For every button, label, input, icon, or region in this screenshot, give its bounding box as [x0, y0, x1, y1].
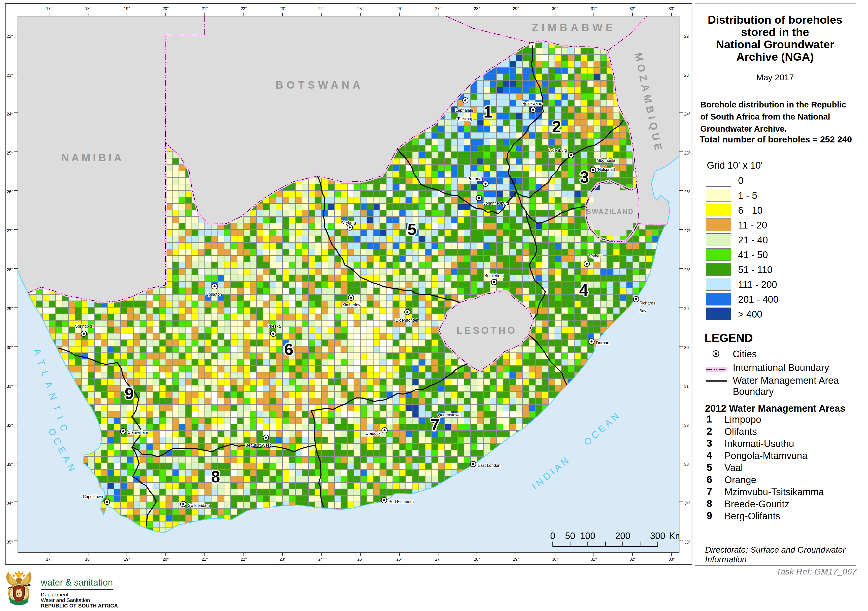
svg-text:27°: 27° [7, 229, 13, 233]
svg-text:25°: 25° [7, 151, 13, 155]
svg-text:26°: 26° [684, 190, 690, 194]
svg-text:24°: 24° [7, 112, 13, 116]
svg-text:30°: 30° [552, 557, 558, 562]
svg-text:5: 5 [408, 220, 417, 238]
svg-text:23°: 23° [7, 73, 13, 77]
svg-text:Richards: Richards [639, 301, 655, 305]
svg-text:22°: 22° [241, 557, 247, 562]
svg-text:24°: 24° [684, 112, 690, 116]
svg-text:23°: 23° [279, 557, 285, 562]
svg-text:31°: 31° [684, 384, 690, 388]
svg-text:35°: 35° [7, 540, 13, 544]
svg-text:17°: 17° [46, 6, 52, 11]
svg-text:33°: 33° [668, 6, 674, 11]
svg-text:200: 200 [615, 531, 630, 541]
svg-text:19°: 19° [124, 6, 130, 11]
svg-text:32°: 32° [629, 557, 636, 562]
svg-text:19°: 19° [124, 557, 130, 562]
svg-text:18°: 18° [85, 557, 91, 562]
svg-text:32°: 32° [684, 423, 690, 428]
svg-text:Bloemfontein: Bloemfontein [395, 318, 419, 322]
svg-text:25°: 25° [684, 151, 690, 155]
svg-text:31°: 31° [591, 557, 597, 562]
svg-text:28°: 28° [684, 268, 690, 272]
svg-text:34°: 34° [684, 501, 690, 505]
svg-text:32°: 32° [629, 6, 636, 11]
svg-text:Bay: Bay [639, 309, 646, 313]
svg-text:31°: 31° [7, 384, 13, 388]
svg-text:29°: 29° [684, 306, 690, 311]
svg-text:Prieska: Prieska [267, 324, 281, 328]
svg-text:Lephalale: Lephalale [456, 108, 473, 113]
svg-text:30°: 30° [684, 345, 690, 350]
svg-text:Polokwane: Polokwane [522, 101, 542, 106]
svg-text:(Ellisras): (Ellisras) [457, 117, 472, 121]
svg-text:33°: 33° [668, 557, 674, 562]
svg-text:SWAZILAND: SWAZILAND [586, 208, 634, 215]
svg-text:1: 1 [484, 103, 493, 121]
svg-text:East London: East London [478, 463, 501, 467]
svg-text:27°: 27° [435, 557, 441, 562]
svg-text:NAMIBIA: NAMIBIA [61, 152, 124, 164]
svg-text:ZIMBABWE: ZIMBABWE [532, 22, 616, 34]
svg-text:2: 2 [552, 118, 561, 136]
svg-text:Vryburg: Vryburg [342, 220, 356, 225]
svg-text:26°: 26° [396, 557, 402, 562]
svg-text:29°: 29° [7, 306, 13, 311]
svg-text:Kimberley: Kimberley [342, 303, 360, 307]
svg-text:29°: 29° [513, 557, 519, 562]
svg-text:Port Elizabeth: Port Elizabeth [389, 500, 414, 504]
svg-text:35°: 35° [684, 540, 690, 544]
svg-text:21°: 21° [202, 6, 208, 11]
svg-text:7: 7 [431, 416, 440, 434]
svg-text:BOTSWANA: BOTSWANA [276, 79, 364, 91]
svg-text:50: 50 [565, 531, 575, 541]
svg-text:Pretoria: Pretoria [467, 177, 482, 181]
svg-text:6: 6 [284, 340, 293, 359]
svg-text:Springbok: Springbok [75, 324, 93, 328]
svg-text:Cradock: Cradock [365, 431, 381, 436]
svg-text:4: 4 [579, 281, 588, 299]
svg-text:Beaufort West: Beaufort West [245, 443, 271, 447]
svg-text:30°: 30° [552, 6, 558, 11]
svg-text:Lydenburg: Lydenburg [548, 148, 567, 153]
svg-text:31°: 31° [591, 6, 597, 11]
svg-text:22°: 22° [7, 34, 13, 39]
svg-text:Queenstown: Queenstown [438, 413, 460, 417]
svg-text:24°: 24° [318, 557, 324, 562]
svg-text:LESOTHO: LESOTHO [457, 325, 517, 336]
svg-text:34°: 34° [7, 501, 13, 505]
svg-text:9: 9 [125, 385, 134, 403]
svg-text:18°: 18° [85, 6, 91, 11]
svg-text:28°: 28° [474, 557, 480, 562]
svg-text:Bethlehem: Bethlehem [485, 274, 504, 278]
svg-text:Durban: Durban [596, 341, 609, 345]
svg-text:Mbombela: Mbombela [597, 158, 615, 162]
svg-text:27°: 27° [684, 229, 690, 233]
svg-text:23°: 23° [279, 6, 285, 11]
svg-text:300: 300 [650, 531, 665, 541]
svg-text:100: 100 [580, 531, 595, 541]
svg-text:20°: 20° [163, 557, 169, 562]
svg-text:25°: 25° [357, 6, 363, 11]
svg-text:Clanwilliam: Clanwilliam [128, 430, 148, 435]
svg-text:(Nelspruit): (Nelspruit) [597, 167, 615, 172]
svg-text:22°: 22° [241, 6, 247, 11]
svg-text:32°: 32° [7, 423, 13, 428]
svg-text:29°: 29° [513, 6, 519, 11]
svg-text:17°: 17° [46, 557, 52, 562]
svg-text:8: 8 [211, 468, 220, 486]
svg-text:26°: 26° [7, 190, 13, 194]
svg-text:28°: 28° [474, 6, 480, 11]
svg-text:22°: 22° [684, 34, 690, 39]
svg-text:0: 0 [550, 531, 555, 541]
svg-text:25°: 25° [357, 557, 363, 562]
svg-text:Swellendam: Swellendam [188, 503, 210, 507]
svg-text:33°: 33° [684, 462, 690, 467]
svg-text:Upington: Upington [206, 292, 222, 297]
svg-text:Cape Town: Cape Town [83, 495, 103, 499]
svg-text:Km: Km [669, 531, 683, 541]
svg-text:Johannesburg: Johannesburg [484, 201, 509, 205]
svg-text:27°: 27° [435, 6, 441, 11]
svg-text:23°: 23° [684, 73, 690, 77]
